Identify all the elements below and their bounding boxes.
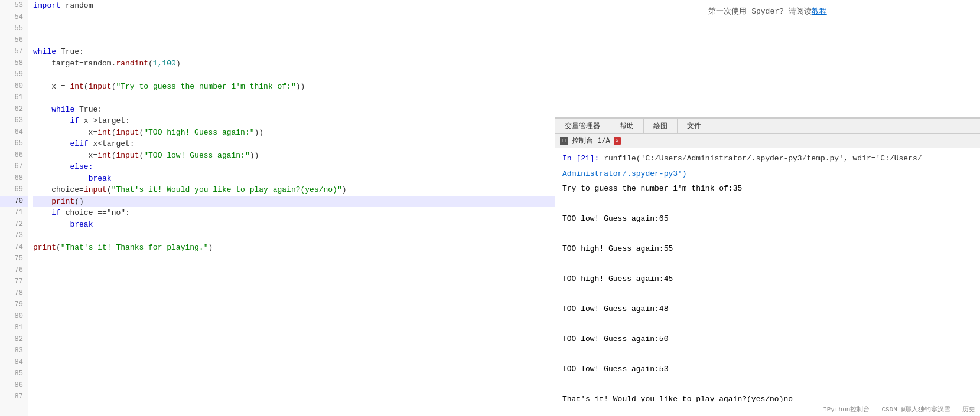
code-line-54 <box>33 12 555 24</box>
code-line-60: x = int(input("Try to guess the number i… <box>33 81 555 93</box>
console-output-line-13 <box>562 379 973 391</box>
code-line-65: elif x<target: <box>33 138 555 150</box>
line-number-67: 67 <box>0 161 28 173</box>
console-output-line-3 <box>562 228 973 240</box>
code-line-55 <box>33 23 555 35</box>
line-number-74: 74 <box>0 242 28 254</box>
line-number-71: 71 <box>0 207 28 219</box>
code-line-71: if choice =="no": <box>33 207 555 219</box>
code-line-86 <box>33 380 555 392</box>
line-number-53: 53 <box>0 0 28 12</box>
console-output-line-8: TOO low! Guess again:48 <box>562 303 973 315</box>
console-title: 控制台 1/A <box>572 136 610 146</box>
line-number-76: 76 <box>0 265 28 277</box>
line-numbers: 5354555657585960616263646566676869707172… <box>0 0 28 416</box>
code-line-85 <box>33 368 555 380</box>
line-number-64: 64 <box>0 127 28 139</box>
line-number-79: 79 <box>0 299 28 311</box>
code-line-62: while True: <box>33 104 555 116</box>
line-number-87: 87 <box>0 391 28 403</box>
line-number-82: 82 <box>0 334 28 346</box>
console-output-line-10: TOO low! Guess again:50 <box>562 333 973 345</box>
line-number-60: 60 <box>0 81 28 93</box>
line-number-61: 61 <box>0 92 28 104</box>
code-line-66: x=int(input("TOO low! Guess again:")) <box>33 150 555 162</box>
console-output[interactable]: In [21]: runfile('C:/Users/Administrator… <box>555 148 980 402</box>
console-output-line-0: Try to guess the number i'm think of:35 <box>562 183 973 195</box>
line-number-84: 84 <box>0 357 28 369</box>
code-line-79 <box>33 299 555 311</box>
right-panel: 第一次使用 Spyder? 请阅读 教程 变量管理器 帮助 绘图 文件 □ 控制… <box>555 0 980 416</box>
tutorial-link[interactable]: 教程 <box>812 6 827 17</box>
code-line-61 <box>33 92 555 104</box>
editor-panel: 5354555657585960616263646566676869707172… <box>0 0 555 416</box>
tab-help[interactable]: 帮助 <box>610 119 644 133</box>
code-line-80 <box>33 311 555 323</box>
console-run-line-cont: Administrator/.spyder-py3') <box>562 168 973 180</box>
line-number-59: 59 <box>0 69 28 81</box>
line-number-81: 81 <box>0 322 28 334</box>
code-line-57: while True: <box>33 46 555 58</box>
tab-variable-manager[interactable]: 变量管理器 <box>555 119 610 133</box>
code-line-63: if x >target: <box>33 115 555 127</box>
console-output-line-6: TOO high! Guess again:45 <box>562 273 973 285</box>
code-area: 5354555657585960616263646566676869707172… <box>0 0 555 416</box>
tab-file[interactable]: 文件 <box>678 119 711 133</box>
code-line-83 <box>33 345 555 357</box>
code-line-53: import random <box>33 0 555 12</box>
line-number-75: 75 <box>0 253 28 265</box>
console-run-line: In [21]: runfile('C:/Users/Administrator… <box>562 153 973 165</box>
code-line-59 <box>33 69 555 81</box>
console-close-button[interactable]: ✕ <box>614 137 621 145</box>
tab-plot[interactable]: 绘图 <box>644 119 678 133</box>
line-number-65: 65 <box>0 138 28 150</box>
console-output-line-1 <box>562 198 973 210</box>
console-footer-left: IPython控制台 <box>823 405 870 414</box>
line-number-62: 62 <box>0 104 28 116</box>
code-line-75 <box>33 253 555 265</box>
code-line-78 <box>33 288 555 300</box>
code-line-68: break <box>33 173 555 185</box>
line-number-57: 57 <box>0 46 28 58</box>
line-number-63: 63 <box>0 115 28 127</box>
code-line-77 <box>33 276 555 288</box>
line-number-58: 58 <box>0 58 28 70</box>
line-number-83: 83 <box>0 345 28 357</box>
console-footer-right: 历史 <box>962 405 975 414</box>
line-number-69: 69 <box>0 184 28 196</box>
console-output-line-5 <box>562 258 973 270</box>
code-line-58: target=random.randint(1,100) <box>33 58 555 70</box>
code-line-69: choice=input("That's it! Would you like … <box>33 184 555 196</box>
console-panel: □ 控制台 1/A ✕ In [21]: runfile('C:/Users/A… <box>555 134 980 416</box>
line-number-78: 78 <box>0 288 28 300</box>
console-header: □ 控制台 1/A ✕ <box>555 134 980 148</box>
console-output-line-4: TOO high! Guess again:55 <box>562 243 973 255</box>
console-output-line-7 <box>562 289 973 300</box>
line-number-68: 68 <box>0 173 28 185</box>
spyder-message: 第一次使用 Spyder? 请阅读 教程 <box>555 0 980 117</box>
line-number-72: 72 <box>0 219 28 231</box>
spyder-message-text: 第一次使用 Spyder? 请阅读 <box>708 6 811 17</box>
code-line-82 <box>33 334 555 346</box>
console-output-line-12: TOO low! Guess again:53 <box>562 363 973 375</box>
console-output-line-14: That's it! Would you like to play again?… <box>562 394 973 402</box>
code-line-84 <box>33 357 555 369</box>
line-number-66: 66 <box>0 150 28 162</box>
line-number-86: 86 <box>0 380 28 392</box>
line-number-85: 85 <box>0 368 28 380</box>
code-line-64: x=int(input("TOO high! Guess again:")) <box>33 127 555 139</box>
console-output-line-9 <box>562 319 973 330</box>
line-number-70: 70 <box>0 196 28 208</box>
watermark: CSDN @那人独钓寒汉雪 <box>881 405 950 414</box>
console-footer: IPython控制台 CSDN @那人独钓寒汉雪 历史 <box>555 402 980 416</box>
code-line-87 <box>33 391 555 403</box>
line-number-54: 54 <box>0 12 28 24</box>
code-line-74: print("That's it! Thanks for playing.") <box>33 242 555 254</box>
console-icon: □ <box>560 137 568 145</box>
line-number-73: 73 <box>0 230 28 242</box>
code-content[interactable]: import random while True: target=random.… <box>28 0 555 416</box>
line-number-55: 55 <box>0 23 28 35</box>
top-right-area: 第一次使用 Spyder? 请阅读 教程 <box>555 0 980 118</box>
toolbar-tabs: 变量管理器 帮助 绘图 文件 <box>555 118 980 134</box>
code-line-67: else: <box>33 161 555 173</box>
